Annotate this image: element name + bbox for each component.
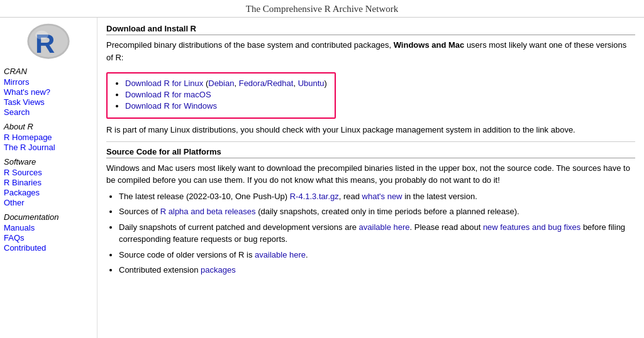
download-windows-item: Download R for Windows <box>125 101 327 111</box>
ubuntu-link[interactable]: Ubuntu <box>298 79 325 88</box>
sidebar-link-manuals[interactable]: Manuals <box>4 223 93 232</box>
sidebar-link-search[interactable]: Search <box>4 107 93 117</box>
main-content: Download and Install R Precompiled binar… <box>97 18 644 338</box>
available-here-link-2[interactable]: available here <box>255 250 306 259</box>
download-macos-item: Download R for macOS <box>125 90 327 99</box>
download-linux-item: Download R for Linux (Debian, Fedora/Red… <box>125 79 327 88</box>
page-header: The Comprehensive R Archive Network <box>0 0 644 18</box>
cran-section-label: CRAN <box>4 67 93 76</box>
sidebar-link-mirrors[interactable]: Mirrors <box>4 77 93 87</box>
download-linux-link[interactable]: Download R for Linux <box>125 79 203 88</box>
download-intro: Precompiled binary distributions of the … <box>106 39 635 63</box>
bullet-contributed: Contributed extension packages <box>119 264 635 276</box>
sidebar-link-faqs[interactable]: FAQs <box>4 233 93 243</box>
sidebar-link-whatsnew[interactable]: What's new? <box>4 87 93 97</box>
header-title: The Comprehensive R Archive Network <box>246 4 398 14</box>
download-links-list: Download R for Linux (Debian, Fedora/Red… <box>115 79 327 111</box>
source-bullets-list: The latest release (2022-03-10, One Push… <box>106 190 635 276</box>
software-section-label: Software <box>4 157 93 166</box>
fedora-link[interactable]: Fedora/Redhat <box>239 79 294 88</box>
sidebar-link-rjournal[interactable]: The R Journal <box>4 143 93 152</box>
sidebar-link-packages[interactable]: Packages <box>4 188 93 197</box>
linux-note: R is part of many Linux distributions, y… <box>106 124 635 136</box>
source-intro: Windows and Mac users most likely want t… <box>106 162 635 187</box>
r-logo: R <box>26 23 70 60</box>
bullet-latest-release: The latest release (2022-03-10, One Push… <box>119 190 635 203</box>
new-features-link[interactable]: new features and bug fixes <box>483 222 580 232</box>
sidebar: R CRAN Mirrors What's new? Task Views Se… <box>0 18 97 338</box>
bullet-daily-snapshots: Daily snapshots of current patched and d… <box>119 221 635 246</box>
download-macos-link[interactable]: Download R for macOS <box>125 90 211 99</box>
bullet-older-source: Source code of older versions of R is av… <box>119 249 635 261</box>
source-section-title: Source Code for all Platforms <box>106 147 635 158</box>
sidebar-link-contributed[interactable]: Contributed <box>4 243 93 253</box>
svg-point-3 <box>35 31 48 40</box>
download-links-box: Download R for Linux (Debian, Fedora/Red… <box>106 72 336 119</box>
available-here-link-1[interactable]: available here <box>359 222 410 232</box>
sidebar-link-rhomepage[interactable]: R Homepage <box>4 133 93 142</box>
download-windows-link[interactable]: Download R for Windows <box>125 101 217 111</box>
alpha-beta-link[interactable]: R alpha and beta releases <box>160 207 256 216</box>
sidebar-link-rbinaries[interactable]: R Binaries <box>4 178 93 187</box>
bullet-alpha-beta: Sources of R alpha and beta releases (da… <box>119 205 635 218</box>
r-logo-container: R <box>4 23 93 60</box>
debian-link[interactable]: Debian <box>208 79 234 88</box>
about-section-label: About R <box>4 122 93 131</box>
download-section-title: Download and Install R <box>106 24 635 35</box>
sidebar-link-other[interactable]: Other <box>4 198 93 207</box>
whats-new-link[interactable]: what's new <box>362 192 402 201</box>
tarball-link[interactable]: R-4.1.3.tar.gz <box>290 192 339 201</box>
documentation-section-label: Documentation <box>4 212 93 222</box>
sidebar-link-rsources[interactable]: R Sources <box>4 168 93 177</box>
section-divider-1 <box>106 141 635 142</box>
packages-link[interactable]: packages <box>201 265 236 275</box>
sidebar-link-taskviews[interactable]: Task Views <box>4 97 93 107</box>
